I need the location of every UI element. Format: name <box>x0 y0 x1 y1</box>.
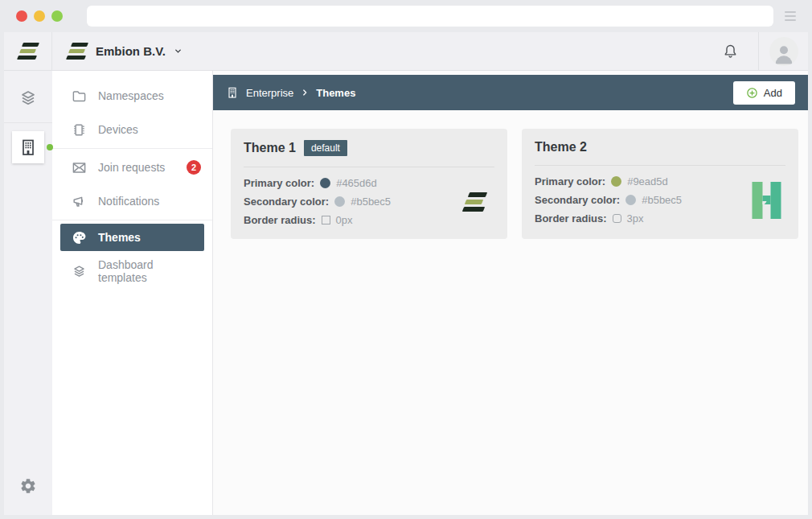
sidebar-item-label: Notifications <box>98 195 159 208</box>
building-icon <box>226 86 239 99</box>
sidebar-item-join-requests[interactable]: Join requests 2 <box>52 150 212 184</box>
border-radius-swatch <box>613 214 621 223</box>
zoom-window-button[interactable] <box>51 10 63 22</box>
primary-color-label: Primary color: <box>244 177 314 189</box>
notifications-bell-button[interactable] <box>703 32 758 70</box>
embion-logo-icon <box>18 41 39 62</box>
primary-color-label: Primary color: <box>535 175 605 187</box>
theme-logo-h <box>747 182 785 219</box>
icon-rail <box>4 71 52 515</box>
primary-color-row: Primary color: #465d6d <box>244 177 456 189</box>
breadcrumb-current-page: Themes <box>316 87 355 99</box>
secondary-color-label: Secondary color: <box>535 194 620 206</box>
enterprise-building-icon <box>18 138 38 157</box>
h-logo-icon <box>752 182 781 219</box>
minimize-window-button[interactable] <box>34 10 45 22</box>
sidebar-item-devices[interactable]: Devices <box>52 113 212 146</box>
sidebar-item-label: Devices <box>98 123 138 136</box>
person-icon <box>772 42 796 66</box>
plus-circle-icon <box>746 87 758 99</box>
sidebar-item-notifications[interactable]: Notifications <box>52 184 212 218</box>
sidebar-divider <box>52 220 212 220</box>
breadcrumb-enterprise[interactable]: Enterprise <box>246 87 293 99</box>
sidebar-item-namespaces[interactable]: Namespaces <box>52 79 212 113</box>
primary-color-swatch <box>611 176 621 187</box>
sidebar-divider <box>52 148 212 149</box>
secondary-color-value: #b5bec5 <box>642 194 682 206</box>
add-theme-button[interactable]: Add <box>733 81 795 105</box>
address-bar-input[interactable] <box>87 6 773 27</box>
sidebar-item-dashboard-templates[interactable]: Dashboard templates <box>52 254 212 288</box>
secondary-color-swatch <box>625 195 636 205</box>
sidebar-item-label: Join requests <box>98 161 165 174</box>
avatar[interactable] <box>769 37 798 66</box>
rail-item-namespaces[interactable] <box>12 82 44 114</box>
gear-icon <box>19 477 37 495</box>
sidebar-item-themes[interactable]: Themes <box>60 224 204 251</box>
chevron-down-icon <box>174 47 182 56</box>
border-radius-row: Border radius: 3px <box>535 212 747 224</box>
theme-card-2[interactable]: Theme 2 Primary color: #9ead5d Secondary… <box>522 129 798 239</box>
primary-color-value: #9ead5d <box>627 175 668 187</box>
app-logo-tile[interactable] <box>4 32 52 70</box>
layers-icon <box>72 264 87 279</box>
window-controls <box>16 10 63 22</box>
sidebar-item-label: Namespaces <box>98 89 164 102</box>
border-radius-label: Border radius: <box>535 212 607 224</box>
secondary-color-row: Secondary color: #b5bec5 <box>535 194 747 206</box>
secondary-color-row: Secondary color: #b5bec5 <box>244 196 456 208</box>
rail-item-enterprise[interactable] <box>12 131 44 163</box>
palette-icon <box>72 230 87 245</box>
secondary-color-value: #b5bec5 <box>351 196 391 208</box>
join-requests-badge: 2 <box>187 160 201 175</box>
border-radius-swatch <box>322 216 330 224</box>
add-button-label: Add <box>764 87 782 99</box>
border-radius-value: 3px <box>627 212 644 224</box>
app-window: Embion B.V. <box>4 32 808 515</box>
bell-icon <box>722 43 739 60</box>
browser-menu-icon[interactable] <box>785 11 796 21</box>
settings-button[interactable] <box>12 470 44 502</box>
border-radius-value: 0px <box>336 214 353 226</box>
theme-cards: Theme 1 default Primary color: #465d6d <box>213 110 808 239</box>
rail-divider <box>4 122 52 123</box>
avatar-box <box>758 32 808 70</box>
border-radius-row: Border radius: 0px <box>244 214 456 226</box>
layers-icon <box>18 89 38 108</box>
secondary-color-swatch <box>334 196 345 207</box>
main-content: Enterprise Themes Add Theme 1 default <box>213 71 808 515</box>
card-divider <box>244 167 494 167</box>
border-radius-label: Border radius: <box>244 214 316 226</box>
embion-logo-icon <box>463 190 487 214</box>
org-logo-icon <box>67 41 88 62</box>
sidebar-item-label: Dashboard templates <box>98 258 201 284</box>
org-switcher[interactable]: Embion B.V. <box>52 32 197 70</box>
close-window-button[interactable] <box>16 10 27 22</box>
theme-title: Theme 2 <box>535 140 587 154</box>
default-badge: default <box>304 140 347 156</box>
breadcrumb: Enterprise Themes <box>226 86 355 99</box>
chip-icon <box>72 122 87 138</box>
theme-card-1[interactable]: Theme 1 default Primary color: #465d6d <box>231 129 507 239</box>
envelope-icon <box>72 160 87 175</box>
chevron-right-icon <box>301 89 309 97</box>
breadcrumb-bar: Enterprise Themes Add <box>213 75 808 110</box>
sidebar-item-label: Themes <box>98 231 141 244</box>
megaphone-icon <box>72 194 87 209</box>
theme-logo-embion <box>456 190 494 214</box>
card-divider <box>535 165 785 166</box>
browser-top-bar <box>0 0 812 32</box>
primary-color-swatch <box>320 178 330 188</box>
notification-dot <box>47 144 53 150</box>
primary-color-row: Primary color: #9ead5d <box>535 175 747 187</box>
app-header: Embion B.V. <box>4 32 808 71</box>
secondary-color-label: Secondary color: <box>244 196 329 208</box>
org-name: Embion B.V. <box>96 44 166 58</box>
folder-icon <box>72 89 87 104</box>
theme-title: Theme 1 <box>244 141 296 155</box>
primary-color-value: #465d6d <box>336 177 377 189</box>
sidebar: Namespaces Devices Join requests 2 <box>52 71 213 515</box>
